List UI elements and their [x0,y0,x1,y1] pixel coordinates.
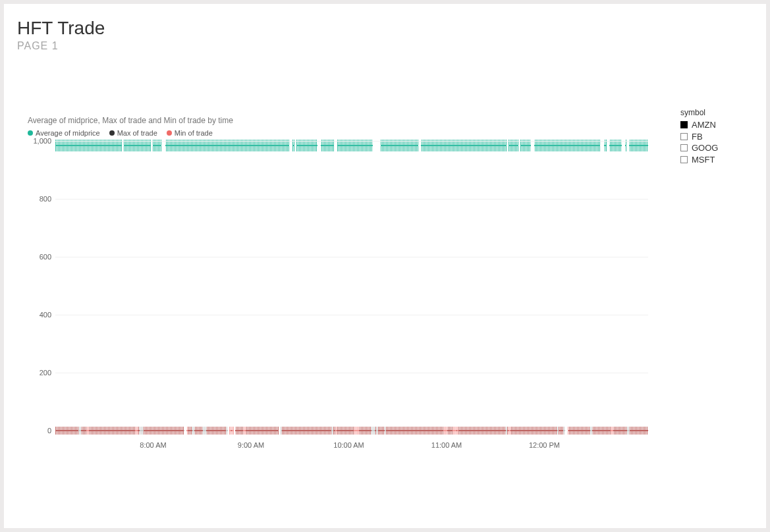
series-max-trade [55,427,648,435]
y-gridline [55,257,648,257]
page-label: PAGE 1 [17,40,105,52]
checkbox-icon[interactable] [680,121,688,128]
slicer-item-label: MSFT [692,154,715,166]
x-tick-label: 9:00 AM [238,441,264,449]
y-tick-label: 0 [28,427,51,435]
slicer-item-goog[interactable]: GOOG [680,142,753,154]
symbol-slicer[interactable]: symbol AMZNFBGOOGMSFT [680,108,753,165]
checkbox-icon[interactable] [680,133,688,140]
slicer-item-label: GOOG [692,142,718,154]
x-tick-label: 10:00 AM [333,441,364,449]
line-chart-visual[interactable]: Average of midprice, Max of trade and Mi… [28,116,660,491]
legend-item-max[interactable]: Max of trade [109,129,157,137]
x-tick-label: 11:00 AM [431,441,462,449]
slicer-item-fb[interactable]: FB [680,131,753,143]
y-tick-label: 1,000 [28,137,51,145]
y-gridline [55,141,648,142]
y-tick-label: 800 [28,195,51,203]
legend-swatch-max [109,130,115,136]
report-header: HFT Trade PAGE 1 [17,18,105,52]
slicer-item-label: FB [692,131,703,143]
slicer-item-msft[interactable]: MSFT [680,154,753,166]
legend-item-min[interactable]: Min of trade [167,129,213,137]
legend-swatch-min [167,130,172,136]
y-tick-label: 200 [28,369,51,377]
legend-swatch-midprice [28,130,33,136]
plot-area[interactable]: 02004006008001,0008:00 AM9:00 AM10:00 AM… [55,141,648,431]
y-gridline [55,199,648,200]
y-gridline [55,373,648,373]
legend-label-midprice: Average of midprice [36,129,100,137]
slicer-item-label: AMZN [692,119,716,131]
y-tick-label: 400 [28,311,51,319]
slicer-item-amzn[interactable]: AMZN [680,119,753,131]
x-tick-label: 12:00 PM [529,441,560,449]
report-canvas: HFT Trade PAGE 1 Average of midprice, Ma… [4,4,766,528]
slicer-title: symbol [680,108,753,117]
x-tick-label: 8:00 AM [140,441,166,449]
legend-label-min: Min of trade [175,129,213,137]
y-tick-label: 600 [28,253,51,261]
checkbox-icon[interactable] [680,144,688,151]
chart-title: Average of midprice, Max of trade and Mi… [28,116,660,125]
legend-label-max: Max of trade [117,129,157,137]
legend-item-midprice[interactable]: Average of midprice [28,129,100,137]
chart-legend: Average of midprice Max of trade Min of … [28,129,660,137]
y-gridline [55,315,648,315]
checkbox-icon[interactable] [680,156,688,163]
report-title: HFT Trade [17,18,105,39]
